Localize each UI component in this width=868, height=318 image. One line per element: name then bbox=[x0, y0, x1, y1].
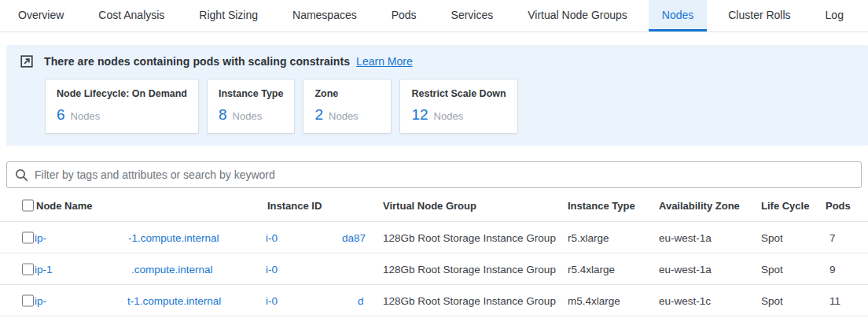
life-cycle-cell: Spot bbox=[761, 231, 783, 243]
card-value: 6 Nodes bbox=[57, 106, 187, 124]
availability-zone-cell: eu-west-1a bbox=[659, 263, 712, 275]
virtual-node-group-cell: 128Gb Root Storage Instance Group bbox=[383, 263, 556, 275]
scale-out-icon bbox=[20, 55, 33, 68]
instance-id-link[interactable]: da87 bbox=[342, 231, 366, 243]
card-unit: Nodes bbox=[434, 110, 464, 122]
tab-overview[interactable]: Overview bbox=[5, 0, 77, 31]
col-availability-zone: Availability Zone bbox=[659, 199, 740, 211]
tab-pods[interactable]: Pods bbox=[378, 0, 430, 31]
instance-type-cell: r5.4xlarge bbox=[568, 263, 615, 275]
row-checkbox[interactable] bbox=[22, 294, 34, 306]
card-zone[interactable]: Zone 2 Nodes bbox=[303, 79, 392, 134]
nodes-table: Node Name Instance ID Virtual Node Group… bbox=[0, 189, 868, 316]
row-checkbox[interactable] bbox=[22, 263, 34, 275]
col-life-cycle: Life Cycle bbox=[761, 199, 809, 211]
tab-cost-analysis[interactable]: Cost Analysis bbox=[85, 0, 178, 31]
card-count: 6 bbox=[57, 106, 65, 124]
node-name-link[interactable]: .compute.internal bbox=[131, 263, 213, 275]
banner-message: There are nodes containing pods with sca… bbox=[44, 55, 350, 68]
instance-id-link[interactable]: d bbox=[358, 294, 364, 306]
card-unit: Nodes bbox=[233, 110, 263, 122]
card-title: Zone bbox=[314, 88, 380, 99]
card-value: 2 Nodes bbox=[314, 106, 380, 124]
learn-more-link[interactable]: Learn More bbox=[356, 55, 413, 68]
tab-cluster-rolls[interactable]: Cluster Rolls bbox=[715, 0, 804, 31]
pods-cell: 11 bbox=[829, 294, 840, 306]
card-instance-type[interactable]: Instance Type 8 Nodes bbox=[207, 79, 295, 134]
search-input[interactable] bbox=[35, 168, 853, 181]
card-restrict-scale-down[interactable]: Restrict Scale Down 12 Nodes bbox=[399, 79, 517, 134]
node-name-link[interactable]: ip-1 bbox=[35, 263, 53, 275]
constraint-cards: Node Lifecycle: On Demand 6 Nodes Instan… bbox=[45, 79, 868, 134]
instance-id-link[interactable]: i-0 bbox=[266, 294, 278, 306]
select-all-checkbox[interactable] bbox=[22, 199, 34, 211]
row-checkbox[interactable] bbox=[22, 231, 34, 243]
life-cycle-cell: Spot bbox=[761, 294, 783, 306]
node-name-link[interactable]: ip- bbox=[35, 294, 46, 306]
card-node-lifecycle[interactable]: Node Lifecycle: On Demand 6 Nodes bbox=[45, 79, 199, 134]
tab-namespaces[interactable]: Namespaces bbox=[279, 0, 370, 31]
card-count: 2 bbox=[314, 106, 323, 124]
card-title: Restrict Scale Down bbox=[411, 88, 506, 99]
node-name-link[interactable]: ip- bbox=[35, 231, 46, 243]
table-row: ip- -1.compute.internal i-0 da87 128Gb R… bbox=[0, 222, 868, 253]
card-count: 8 bbox=[219, 106, 227, 124]
filter-search-box[interactable] bbox=[6, 161, 862, 188]
tab-bar: Overview Cost Analysis Right Sizing Name… bbox=[0, 0, 868, 32]
card-count: 12 bbox=[411, 106, 428, 124]
col-pods: Pods bbox=[826, 199, 851, 211]
life-cycle-cell: Spot bbox=[761, 263, 783, 275]
card-value: 12 Nodes bbox=[411, 106, 506, 124]
tab-nodes[interactable]: Nodes bbox=[649, 0, 707, 31]
instance-type-cell: r5.xlarge bbox=[568, 231, 609, 243]
availability-zone-cell: eu-west-1c bbox=[659, 294, 711, 306]
node-name-link[interactable]: -1.compute.internal bbox=[128, 231, 219, 243]
virtual-node-group-cell: 128Gb Root Storage Instance Group bbox=[383, 294, 556, 306]
banner-header: There are nodes containing pods with sca… bbox=[6, 45, 868, 70]
instance-id-link[interactable]: i-0 bbox=[266, 231, 278, 243]
pods-cell: 7 bbox=[829, 231, 836, 243]
card-unit: Nodes bbox=[329, 110, 359, 122]
col-virtual-node-group: Virtual Node Group bbox=[383, 199, 476, 211]
col-node-name: Node Name bbox=[36, 199, 93, 211]
col-instance-type: Instance Type bbox=[568, 199, 635, 211]
card-value: 8 Nodes bbox=[219, 106, 283, 124]
table-header-row: Node Name Instance ID Virtual Node Group… bbox=[0, 189, 868, 222]
tab-virtual-node-groups[interactable]: Virtual Node Groups bbox=[514, 0, 641, 31]
card-unit: Nodes bbox=[71, 110, 101, 122]
card-title: Instance Type bbox=[219, 88, 283, 99]
pods-cell: 9 bbox=[829, 263, 836, 275]
scaling-constraints-banner: There are nodes containing pods with sca… bbox=[6, 45, 868, 146]
virtual-node-group-cell: 128Gb Root Storage Instance Group bbox=[383, 231, 556, 243]
tab-right-sizing[interactable]: Right Sizing bbox=[186, 0, 271, 31]
instance-id-link[interactable]: i-0 bbox=[266, 263, 278, 275]
instance-type-cell: m5.4xlarge bbox=[568, 294, 620, 306]
card-title: Node Lifecycle: On Demand bbox=[57, 88, 187, 99]
search-icon bbox=[15, 168, 35, 182]
tab-services[interactable]: Services bbox=[438, 0, 507, 31]
tab-log[interactable]: Log bbox=[812, 0, 857, 31]
col-instance-id: Instance ID bbox=[267, 199, 322, 211]
table-row: ip- t-1.compute.internal i-0 d 128Gb Roo… bbox=[0, 285, 868, 316]
table-row: ip-1 .compute.internal i-0 128Gb Root St… bbox=[0, 253, 868, 285]
cluster-nodes-page: Overview Cost Analysis Right Sizing Name… bbox=[0, 0, 868, 318]
availability-zone-cell: eu-west-1a bbox=[659, 231, 712, 243]
node-name-link[interactable]: t-1.compute.internal bbox=[127, 294, 221, 306]
